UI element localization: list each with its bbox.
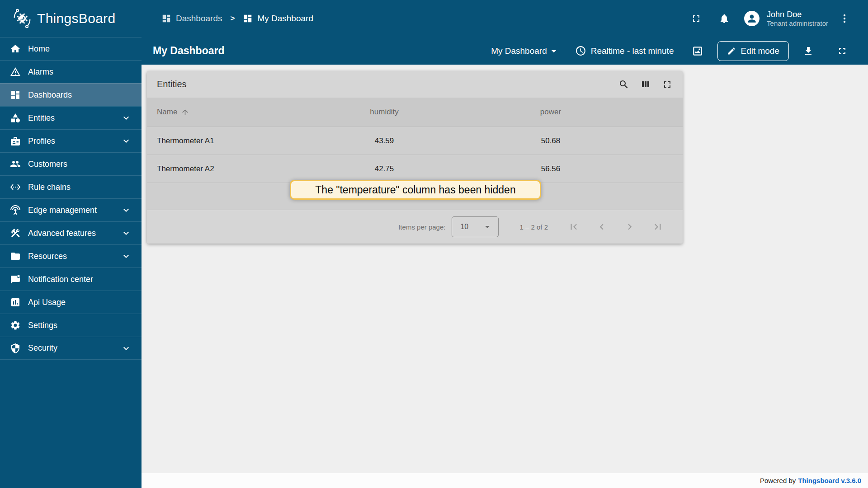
sidebar-item-profiles[interactable]: Profiles: [0, 129, 142, 152]
column-header-name[interactable]: Name: [157, 108, 302, 117]
chevron-down-icon: [121, 228, 132, 239]
sidebar-item-label: Settings: [28, 321, 57, 330]
table-row[interactable]: Thermometer A1 43.59 50.68: [147, 127, 683, 155]
avatar[interactable]: [744, 11, 760, 26]
sidebar-item-alarms[interactable]: Alarms: [0, 60, 142, 83]
user-menu[interactable]: John Doe Tenant administrator: [767, 9, 828, 28]
dashboards-grid-icon: [243, 14, 253, 23]
sidebar-item-label: Notification center: [28, 275, 93, 284]
alarm-warning-icon: [10, 66, 21, 77]
user-name: John Doe: [767, 9, 828, 19]
paginator-nav: [568, 221, 664, 233]
chevron-down-icon: [121, 205, 132, 216]
edge-antenna-icon: [10, 205, 21, 216]
chevron-down-icon: [121, 113, 132, 123]
fullscreen-icon[interactable]: [837, 46, 848, 56]
edit-mode-button[interactable]: Edit mode: [717, 41, 789, 61]
breadcrumb: Dashboards > My Dashboard: [161, 14, 313, 23]
dashboard-content: Entities Name: [142, 65, 868, 473]
column-header-humidity[interactable]: humidity: [302, 108, 467, 117]
arrow-drop-down-icon: [482, 221, 493, 232]
sidebar-item-dashboards[interactable]: Dashboards: [0, 83, 142, 106]
chevron-down-icon: [121, 136, 132, 146]
cell-humidity: 43.59: [302, 136, 467, 145]
sidebar-nav: Home Alarms Dashboards Entities: [0, 37, 142, 360]
chevron-down-icon: [121, 251, 132, 262]
settings-gear-icon: [10, 320, 21, 331]
dashboards-grid-icon: [10, 89, 21, 100]
breadcrumb-my-dashboard[interactable]: My Dashboard: [243, 14, 313, 23]
columns-icon[interactable]: [640, 79, 651, 90]
sidebar-item-label: Resources: [28, 252, 67, 261]
top-bar-actions: John Doe Tenant administrator: [691, 9, 850, 28]
clock-icon: [575, 45, 586, 56]
top-bar: Dashboards > My Dashboard: [142, 0, 868, 37]
cell-name: Thermometer A1: [157, 136, 302, 145]
sidebar-item-label: Edge management: [28, 206, 97, 215]
sidebar-item-notification-center[interactable]: Notification center: [0, 267, 142, 291]
widget-title: Entities: [157, 79, 187, 89]
thingsboard-logo-icon: [12, 8, 33, 29]
previous-page-icon[interactable]: [596, 221, 608, 233]
thingsboard-version-link[interactable]: Thingsboard v.3.6.0: [798, 477, 861, 484]
sidebar-item-edge-management[interactable]: Edge management: [0, 198, 142, 221]
fullscreen-icon[interactable]: [691, 13, 702, 24]
timewindow-button[interactable]: Realtime - last minute: [575, 45, 674, 56]
sort-asc-arrow-icon: [181, 108, 189, 117]
last-page-icon[interactable]: [652, 221, 664, 233]
entities-widget: Entities Name: [147, 71, 683, 244]
download-icon[interactable]: [803, 46, 814, 56]
more-vert-icon[interactable]: [839, 9, 850, 28]
chevron-down-icon: [121, 343, 132, 354]
breadcrumb-separator: >: [230, 14, 235, 23]
sidebar-item-customers[interactable]: Customers: [0, 152, 142, 175]
sidebar-item-advanced-features[interactable]: Advanced features: [0, 221, 142, 244]
sidebar-item-settings[interactable]: Settings: [0, 314, 142, 337]
sidebar-item-label: Dashboards: [28, 90, 72, 100]
column-hidden-callout: The "temperature" column has been hidden: [290, 180, 541, 200]
edit-mode-label: Edit mode: [741, 46, 779, 56]
cell-humidity: 42.75: [302, 164, 467, 174]
table-header-row: Name humidity power: [147, 98, 683, 127]
first-page-icon[interactable]: [568, 221, 580, 233]
sidebar: ThingsBoard Home Alarms Dashboards: [0, 0, 142, 488]
entities-category-icon: [10, 113, 21, 123]
dashboard-image-icon[interactable]: [692, 45, 703, 57]
page-title: My Dashboard: [153, 45, 224, 57]
paginator-range-label: 1 – 2 of 2: [519, 223, 548, 231]
thingsboard-logo[interactable]: ThingsBoard: [0, 0, 142, 37]
rule-chains-icon: [10, 182, 21, 192]
sidebar-item-entities[interactable]: Entities: [0, 106, 142, 129]
table-row[interactable]: Thermometer A2 42.75 56.56: [147, 155, 683, 183]
security-shield-icon: [10, 343, 21, 354]
breadcrumb-dashboards[interactable]: Dashboards: [161, 14, 222, 23]
cell-power: 56.56: [467, 164, 634, 174]
search-icon[interactable]: [618, 79, 629, 90]
notifications-bell-icon[interactable]: [719, 13, 730, 24]
expand-widget-icon[interactable]: [662, 79, 673, 90]
column-header-power[interactable]: power: [467, 108, 634, 117]
powered-by-label: Powered by: [760, 477, 796, 484]
sidebar-item-label: Home: [28, 44, 50, 54]
dashboard-toolbar-actions: My Dashboard Realtime - last minute: [491, 41, 848, 61]
dashboard-state-select[interactable]: My Dashboard: [491, 45, 560, 57]
sidebar-item-label: Rule chains: [28, 183, 71, 192]
app-root: ThingsBoard Home Alarms Dashboards: [0, 0, 868, 488]
profiles-badge-icon: [10, 136, 21, 146]
sidebar-item-resources[interactable]: Resources: [0, 244, 142, 267]
page-size-select[interactable]: 10: [452, 216, 499, 237]
sidebar-item-home[interactable]: Home: [0, 37, 142, 60]
widget-actions: [618, 79, 673, 90]
next-page-icon[interactable]: [624, 221, 636, 233]
sidebar-item-label: Api Usage: [28, 298, 66, 307]
user-role: Tenant administrator: [767, 19, 828, 28]
sidebar-item-label: Security: [28, 343, 57, 353]
pencil-icon: [727, 47, 736, 56]
thingsboard-logo-text: ThingsBoard: [37, 11, 115, 26]
sidebar-item-rule-chains[interactable]: Rule chains: [0, 175, 142, 198]
breadcrumb-label: Dashboards: [176, 14, 222, 23]
customers-people-icon: [10, 159, 21, 169]
sidebar-item-security[interactable]: Security: [0, 337, 142, 360]
sidebar-item-api-usage[interactable]: Api Usage: [0, 291, 142, 314]
widget-header: Entities: [147, 71, 683, 98]
